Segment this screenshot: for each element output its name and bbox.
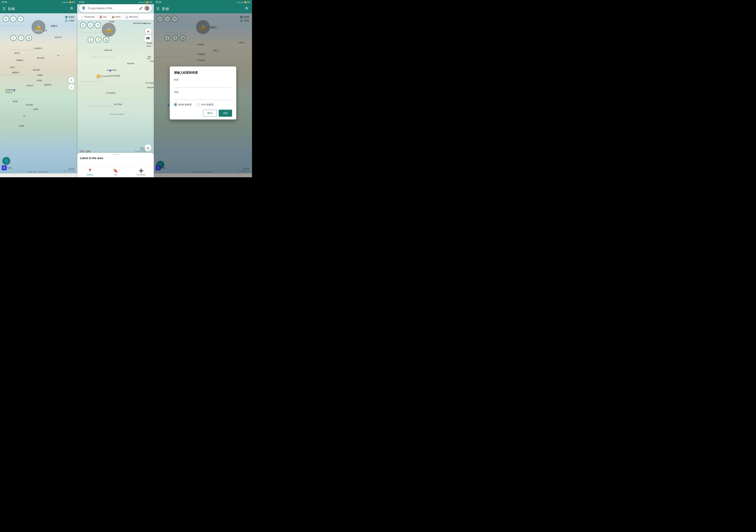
left-fab-icon: 🌐 [4, 159, 8, 163]
coord-system-row: BD09 坐标系 GPS 坐标系 [174, 103, 232, 106]
contribute-icon: ➕ [139, 169, 144, 173]
center-marker-sac [109, 69, 112, 72]
left-map-controls: ⊕ 🗂 ⚙ [3, 16, 24, 22]
left-crosshair-btn[interactable]: ⊕ [3, 16, 9, 22]
nav-contribute[interactable]: ➕ Contribute [128, 167, 154, 177]
left-fab[interactable]: 🌐 [2, 157, 10, 165]
left-settings-btn[interactable]: ⚙ [17, 16, 24, 22]
center-layer-btn[interactable]: 🗂 [87, 22, 94, 28]
left-layer-btn[interactable]: 🗂 [10, 16, 16, 22]
latitude-field: 纬度 [174, 91, 232, 100]
left-zoom-out[interactable]: − [68, 84, 74, 90]
left-baidu-logo: 百 Baidu [2, 165, 12, 170]
latitude-label: 纬度 [174, 91, 232, 93]
left-battery: 25% [72, 1, 75, 3]
cat-gas[interactable]: ⛽ Gas [98, 15, 109, 19]
center-time: 17:12 [79, 1, 84, 3]
left-more-icon[interactable]: ⋯ [63, 54, 65, 57]
nav-explore[interactable]: 📍 Explore [77, 167, 103, 177]
right-app-header: ☰ 影梭 🔍 [154, 4, 252, 13]
left-activity-icons: 🚶 🏃 🚴 [11, 35, 32, 41]
coordinate-dialog: 请输入经度和纬度 经度 纬度 BD09 坐标系 GPS 坐标系 取消 传送 [170, 66, 236, 120]
left-baidu-text: Baidu [7, 167, 12, 169]
location-icon: ◎ [147, 146, 149, 150]
left-panel: WWW.ABSKOOP.COM WWW.ABSKOOP.COM WWW.ABSK… [0, 0, 77, 177]
left-normal-map-pill[interactable]: 普通图 [65, 16, 74, 18]
center-panel: WWW.ABSKOOP.COM WWW.ABSKOOP.COM WWW.ABSK… [77, 0, 154, 177]
right-app-title: 影梭 [162, 7, 243, 11]
gps-radio[interactable] [197, 103, 200, 106]
center-battery: 25% [148, 1, 152, 3]
left-normal-radio[interactable] [65, 16, 68, 18]
left-walk-btn[interactable]: 🚶 [11, 35, 16, 41]
bd09-radio[interactable] [174, 103, 177, 106]
center-scale: 100 mi 200 km [135, 147, 145, 151]
center-lock-overlay: 🔒 [102, 23, 116, 37]
left-baidu-icon: 百 [2, 165, 7, 170]
hotel-icon: 🏨 [112, 15, 115, 18]
left-zoom-in[interactable]: + [68, 77, 74, 83]
left-satellite-map-pill[interactable]: 卫星图 [65, 19, 74, 22]
latitude-input[interactable] [174, 95, 232, 100]
cat-hotels[interactable]: 🏨 Hotels [110, 15, 122, 19]
left-edit-icon[interactable]: ✏ [57, 54, 60, 57]
center-map-controls: ⊕ 🗂 ⚙ [80, 22, 101, 28]
mic-icon[interactable]: 🎤 [139, 7, 143, 10]
you-icon: 🔖 [113, 169, 118, 173]
left-satellite-radio[interactable] [65, 20, 68, 22]
center-marker-sf: ★ [96, 74, 100, 78]
center-bottom-sheet: Latest in the area [77, 153, 154, 167]
center-activity-icons: 🚶 🏃 🚴 [88, 37, 109, 43]
left-bike-btn[interactable]: 🚴 [26, 35, 32, 41]
right-battery: 26% [247, 1, 250, 3]
nav-you[interactable]: 🔖 You [103, 167, 128, 177]
center-search-bar: Try gas stations, ATMs 🎤 👤 [79, 4, 152, 12]
google-maps-icon [81, 6, 86, 11]
left-bottom-bar [0, 173, 77, 177]
cat-attractions[interactable]: 🎡 Attractions [123, 15, 140, 19]
center-scale-line [135, 151, 145, 151]
center-search-input[interactable]: Try gas stations, ATMs [88, 7, 137, 10]
restaurant-icon: 🍴 [81, 15, 84, 18]
right-menu-icon[interactable]: ☰ [156, 7, 160, 11]
left-marker-sf [13, 89, 15, 91]
longitude-input[interactable] [174, 82, 232, 87]
left-zoom-controls: + − [68, 77, 74, 90]
sheet-handle [112, 154, 119, 155]
left-status-icons: ▲▲▲▲ 📶 25% [62, 1, 75, 3]
right-search-icon[interactable]: 🔍 [245, 7, 250, 11]
cat-restaurants[interactable]: 🍴 Restaurants [79, 15, 96, 19]
bd09-option[interactable]: BD09 坐标系 [174, 103, 192, 106]
center-crosshair-btn[interactable]: ⊕ [80, 22, 86, 28]
cancel-button[interactable]: 取消 [203, 110, 217, 117]
sheet-title: Latest in the area [77, 157, 154, 160]
center-run-btn[interactable]: 🏃 [95, 37, 101, 43]
left-run-btn[interactable]: 🏃 [18, 35, 24, 41]
center-location-btn[interactable]: ◎ [144, 145, 151, 151]
center-bike-btn[interactable]: 🚴 [103, 37, 109, 43]
left-app-title: 影梭 [8, 7, 68, 11]
gas-icon: ⛽ [99, 15, 102, 18]
center-google-logo: Google [80, 149, 91, 153]
attractions-icon: 🎡 [125, 15, 128, 18]
center-walk-btn[interactable]: 🚶 [88, 37, 94, 43]
compass-north: ▲ [147, 29, 150, 33]
left-time: 17:11 [2, 1, 7, 3]
user-avatar[interactable]: 👤 [144, 6, 149, 11]
left-disclaimer: 仅供学习使用，否则后果自负！ [0, 171, 77, 173]
left-map-type: 普通图 卫星图 [65, 16, 74, 22]
right-panel: WWW.ABSKOOP.COM WWW.ABSKOOP.COM WWW.ABSK… [154, 0, 252, 177]
longitude-field: 经度 [174, 78, 232, 87]
center-status-bar: 17:12 ▲▲▲▲ 📶 25% [77, 0, 154, 4]
dialog-buttons: 取消 传送 [174, 110, 232, 117]
send-button[interactable]: 传送 [219, 110, 232, 117]
center-settings-btn[interactable]: ⚙ [95, 22, 101, 28]
explore-icon: 📍 [88, 169, 93, 173]
center-bottom-nav: 📍 Explore 🔖 You ➕ Contribute [77, 167, 154, 177]
left-menu-icon[interactable]: ☰ [2, 7, 6, 11]
center-compass[interactable]: ▲ [145, 28, 151, 34]
gps-option[interactable]: GPS 坐标系 [197, 103, 213, 106]
left-search-icon[interactable]: 🔍 [70, 7, 74, 11]
center-layer-switcher[interactable]: 🗺 [144, 35, 151, 42]
left-scale-bar: 200公里 [64, 168, 74, 171]
